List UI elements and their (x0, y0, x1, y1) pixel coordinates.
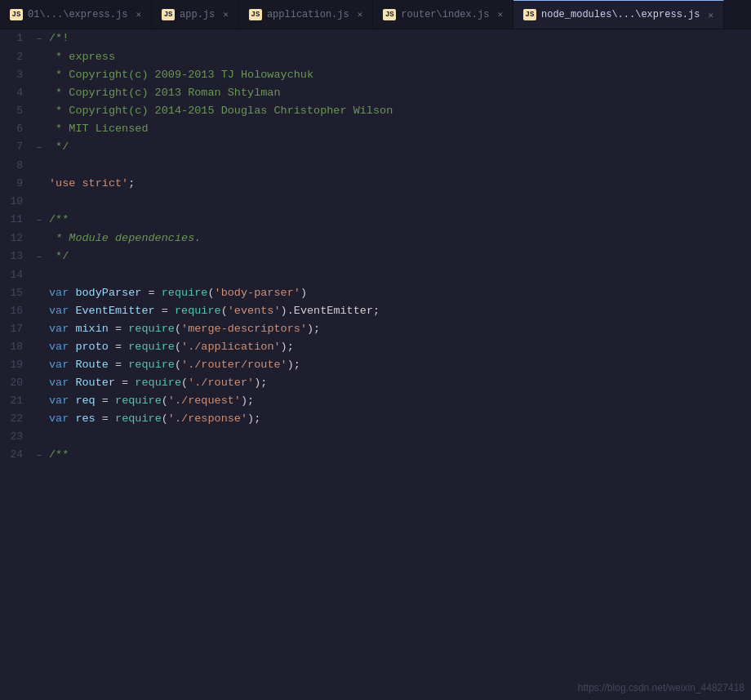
line-number: 5 (0, 102, 33, 120)
code-line: 4 * Copyright(c) 2013 Roman Shtylman (0, 84, 751, 102)
line-number: 19 (0, 356, 33, 374)
tab-label: 01\...\express.js (28, 9, 127, 20)
fold-icon[interactable]: − (33, 139, 46, 157)
tab-close-icon[interactable]: ✕ (497, 9, 503, 20)
tab-close-icon[interactable]: ✕ (223, 9, 229, 20)
code-content: var res = require('./response'); (46, 410, 751, 428)
tab-js-icon: JS (383, 9, 396, 20)
line-number: 22 (0, 410, 33, 428)
line-number: 24 (0, 446, 33, 464)
line-number: 4 (0, 84, 33, 102)
code-line: 7− */ (0, 138, 751, 157)
code-content: */ (46, 138, 751, 156)
code-line: 8 (0, 157, 751, 175)
code-line: 10 (0, 193, 751, 211)
code-line: 16var EventEmitter = require('events').E… (0, 302, 751, 320)
line-number: 13 (0, 247, 33, 265)
tab-close-icon[interactable]: ✕ (358, 9, 363, 20)
code-content: /** (46, 446, 751, 464)
code-content: * Copyright(c) 2013 Roman Shtylman (46, 84, 751, 102)
line-number: 6 (0, 120, 33, 138)
code-line: 5 * Copyright(c) 2014-2015 Douglas Chris… (0, 102, 751, 120)
code-line: 20var Router = require('./router'); (0, 374, 751, 392)
line-number: 14 (0, 266, 33, 284)
tab-tab4[interactable]: JS router\index.js ✕ (373, 0, 513, 29)
fold-icon[interactable]: − (33, 212, 46, 230)
watermark: https://blog.csdn.net/weixin_44827418 (578, 682, 744, 693)
code-content: * Copyright(c) 2009-2013 TJ Holowaychuk (46, 66, 751, 84)
tab-close-icon[interactable]: ✕ (136, 9, 141, 20)
code-content: var Route = require('./router/route'); (46, 356, 751, 374)
tab-label: node_modules\...\express.js (541, 9, 700, 20)
line-number: 10 (0, 193, 33, 211)
code-content: var EventEmitter = require('events').Eve… (46, 302, 751, 320)
line-number: 16 (0, 302, 33, 320)
line-number: 9 (0, 175, 33, 193)
line-number: 12 (0, 230, 33, 247)
line-number: 17 (0, 320, 33, 338)
tab-label: router\index.js (401, 9, 489, 20)
code-line: 15var bodyParser = require('body-parser'… (0, 284, 751, 302)
code-content: * express (46, 48, 751, 66)
code-line: 14 (0, 266, 751, 284)
fold-icon[interactable]: − (33, 447, 46, 465)
code-line: 19var Route = require('./router/route'); (0, 356, 751, 374)
code-line: 17var mixin = require('merge-descriptors… (0, 320, 751, 338)
tab-js-icon: JS (162, 9, 175, 20)
code-content: * Module dependencies. (46, 230, 751, 247)
line-number: 1 (0, 29, 33, 47)
code-content: var req = require('./request'); (46, 392, 751, 410)
tab-label: application.js (267, 9, 349, 20)
code-line: 1−/*! (0, 29, 751, 48)
tab-label: app.js (180, 9, 215, 20)
code-lines: 1−/*!2 * express3 * Copyright(c) 2009-20… (0, 29, 751, 465)
code-line: 3 * Copyright(c) 2009-2013 TJ Holowaychu… (0, 66, 751, 84)
line-number: 2 (0, 48, 33, 66)
code-content: * MIT Licensed (46, 120, 751, 138)
code-content: var proto = require('./application'); (46, 338, 751, 356)
code-line: 2 * express (0, 48, 751, 66)
code-line: 22var res = require('./response'); (0, 410, 751, 428)
line-number: 20 (0, 374, 33, 392)
code-line: 24−/** (0, 446, 751, 465)
fold-icon[interactable]: − (33, 30, 46, 48)
editor-area: 1−/*!2 * express3 * Copyright(c) 2009-20… (0, 29, 751, 700)
tab-tab2[interactable]: JS app.js ✕ (152, 0, 239, 29)
line-number: 15 (0, 284, 33, 302)
code-content: /** (46, 211, 751, 229)
fold-icon[interactable]: − (33, 248, 46, 266)
code-line: 6 * MIT Licensed (0, 120, 751, 138)
code-line: 9'use strict'; (0, 175, 751, 193)
line-number: 11 (0, 211, 33, 229)
line-number: 23 (0, 428, 33, 446)
code-line: 11−/** (0, 211, 751, 230)
code-content: /*! (46, 29, 751, 47)
code-content: */ (46, 247, 751, 265)
line-number: 3 (0, 66, 33, 84)
tab-tab5[interactable]: JS node_modules\...\express.js ✕ (513, 0, 724, 29)
code-content: * Copyright(c) 2014-2015 Douglas Christo… (46, 102, 751, 120)
code-content: var Router = require('./router'); (46, 374, 751, 392)
tab-tab3[interactable]: JS application.js ✕ (239, 0, 373, 29)
code-line: 12 * Module dependencies. (0, 230, 751, 247)
code-line: 21var req = require('./request'); (0, 392, 751, 410)
code-line: 23 (0, 428, 751, 446)
tab-js-icon: JS (10, 9, 23, 20)
code-line: 13− */ (0, 247, 751, 266)
line-number: 21 (0, 392, 33, 410)
code-content: var mixin = require('merge-descriptors')… (46, 320, 751, 338)
tab-tab1[interactable]: JS 01\...\express.js ✕ (0, 0, 152, 29)
tab-js-icon: JS (523, 9, 536, 20)
line-number: 7 (0, 138, 33, 156)
code-content: var bodyParser = require('body-parser') (46, 284, 751, 302)
code-line: 18var proto = require('./application'); (0, 338, 751, 356)
tab-bar: JS 01\...\express.js ✕ JS app.js ✕ JS ap… (0, 0, 751, 29)
tab-close-icon[interactable]: ✕ (708, 10, 713, 20)
line-number: 18 (0, 338, 33, 356)
line-number: 8 (0, 157, 33, 175)
code-content: 'use strict'; (46, 175, 751, 193)
tab-js-icon: JS (249, 9, 262, 20)
